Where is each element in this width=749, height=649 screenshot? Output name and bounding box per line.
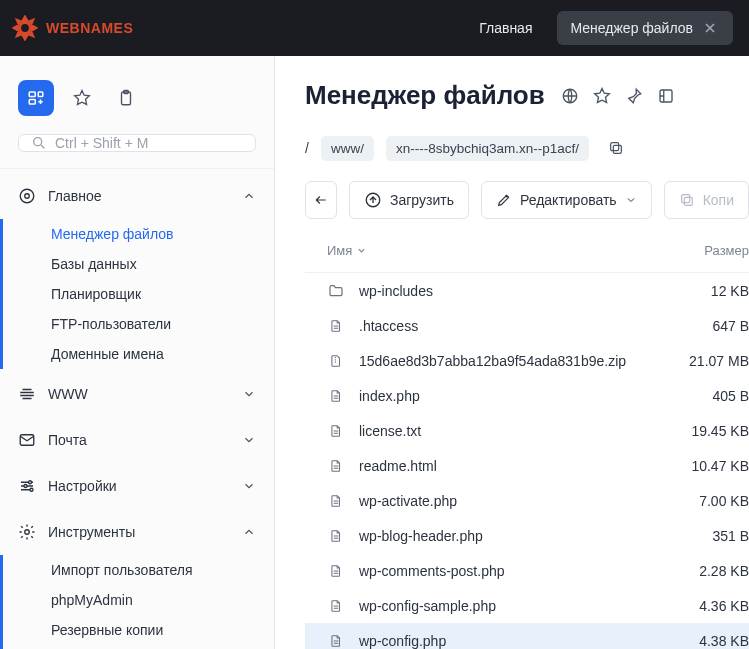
nav-group-home[interactable]: Главное [0,173,274,219]
sidebar-item[interactable]: Менеджер файлов [3,219,274,249]
svg-point-11 [24,485,27,488]
file-icon [327,458,345,474]
file-size: 351 B [712,528,749,544]
folder-icon [327,283,345,299]
tabs: Главная Менеджер файлов [465,11,733,45]
copy-path-icon[interactable] [601,133,631,163]
breadcrumb-seg[interactable]: www/ [321,136,374,161]
chevron-down-icon [242,479,256,493]
sidebar-item[interactable]: Резервные копии [3,615,274,645]
file-icon [327,493,345,509]
col-name-label[interactable]: Имя [327,243,352,258]
file-list-header: Имя Размер [305,229,749,273]
upload-icon [364,191,382,209]
settings-icon [18,477,36,495]
svg-point-10 [29,481,32,484]
brand-logo[interactable]: WEBNAMES [12,15,133,41]
nav-group-label: Инструменты [48,524,135,540]
copy-button[interactable]: Копи [664,181,749,219]
nav-group-label: Главное [48,188,102,204]
search-icon [31,135,47,151]
back-button[interactable] [305,181,337,219]
nav-group-settings[interactable]: Настройки [0,463,274,509]
svg-rect-2 [29,100,35,105]
file-row[interactable]: wp-comments-post.php2.28 KB [305,553,749,588]
file-name: readme.html [359,458,437,474]
breadcrumb-root[interactable]: / [305,140,309,156]
edit-label: Редактировать [520,192,617,208]
tab-label: Менеджер файлов [571,20,694,36]
col-size-label[interactable]: Размер [704,243,749,258]
dashboard-button[interactable] [18,80,54,116]
svg-point-8 [25,194,30,199]
file-row[interactable]: wp-blog-header.php351 B [305,518,749,553]
www-icon [18,385,36,403]
file-row[interactable]: index.php405 B [305,378,749,413]
main-panel: Менеджер файлов / www/ xn----8sbybchiq3a… [275,56,749,649]
nav-group-www[interactable]: WWW [0,371,274,417]
expand-icon[interactable] [657,87,675,105]
svg-point-7 [20,189,34,203]
file-name: wp-config.php [359,633,446,649]
chevron-down-icon [242,433,256,447]
file-row[interactable]: wp-config-sample.php4.36 KB [305,588,749,623]
copy-label: Копи [703,192,734,208]
file-name: .htaccess [359,318,418,334]
tab-main[interactable]: Главная [465,11,546,45]
chevron-up-icon [242,189,256,203]
svg-rect-3 [38,92,43,97]
file-name: wp-includes [359,283,433,299]
breadcrumb: / www/ xn----8sbybchiq3am.xn--p1acf/ [305,133,749,163]
top-bar: WEBNAMES Главная Менеджер файлов [0,0,749,56]
star-icon[interactable] [593,87,611,105]
close-icon[interactable] [701,19,719,37]
star-icon[interactable] [66,82,98,114]
file-size: 7.00 KB [699,493,749,509]
arrow-left-icon [312,193,330,207]
nav-group-tools[interactable]: Инструменты [0,509,274,555]
sidebar-item[interactable]: Cloudflare [3,645,274,649]
file-row[interactable]: license.txt19.45 KB [305,413,749,448]
file-row[interactable]: wp-config.php4.38 KB [305,623,749,649]
breadcrumb-seg[interactable]: xn----8sbybchiq3am.xn--p1acf/ [386,136,589,161]
pin-icon[interactable] [625,87,643,105]
clipboard-icon[interactable] [110,82,142,114]
file-size: 12 KB [711,283,749,299]
file-row[interactable]: wp-includes12 KB [305,273,749,308]
zip-icon [327,353,345,369]
sidebar-item[interactable]: Базы данных [3,249,274,279]
upload-button[interactable]: Загрузить [349,181,469,219]
sidebar: ГлавноеМенеджер файловБазы данныхПланиро… [0,56,275,649]
file-row[interactable]: readme.html10.47 KB [305,448,749,483]
file-icon [327,563,345,579]
svg-point-12 [30,488,33,491]
file-icon [327,388,345,404]
file-size: 2.28 KB [699,563,749,579]
file-row[interactable]: .htaccess647 B [305,308,749,343]
sidebar-item[interactable]: Доменные имена [3,339,274,369]
svg-rect-17 [611,143,619,151]
globe-icon[interactable] [561,87,579,105]
toolbar: Загрузить Редактировать Копи [305,181,749,219]
file-list: wp-includes12 KB.htaccess647 B15d6ae8d3b… [305,273,749,649]
nav-groups: ГлавноеМенеджер файловБазы данныхПланиро… [0,168,274,649]
tab-file-manager[interactable]: Менеджер файлов [557,11,734,45]
sidebar-item[interactable]: FTP-пользователи [3,309,274,339]
file-size: 4.38 KB [699,633,749,649]
sidebar-item[interactable]: phpMyAdmin [3,585,274,615]
file-size: 10.47 KB [691,458,749,474]
svg-rect-1 [29,92,35,97]
sidebar-item[interactable]: Импорт пользователя [3,555,274,585]
sidebar-quickbar [0,80,274,134]
nav-group-mail[interactable]: Почта [0,417,274,463]
file-size: 647 B [712,318,749,334]
file-icon [327,598,345,614]
edit-button[interactable]: Редактировать [481,181,652,219]
file-row[interactable]: wp-activate.php7.00 KB [305,483,749,518]
nav-group-label: Почта [48,432,87,448]
sidebar-item[interactable]: Планировщик [3,279,274,309]
svg-point-13 [25,530,30,535]
file-row[interactable]: 15d6ae8d3b7abba12ba9f54ada831b9e.zip21.0… [305,343,749,378]
search-input[interactable] [18,134,256,152]
search-field[interactable] [55,135,243,151]
